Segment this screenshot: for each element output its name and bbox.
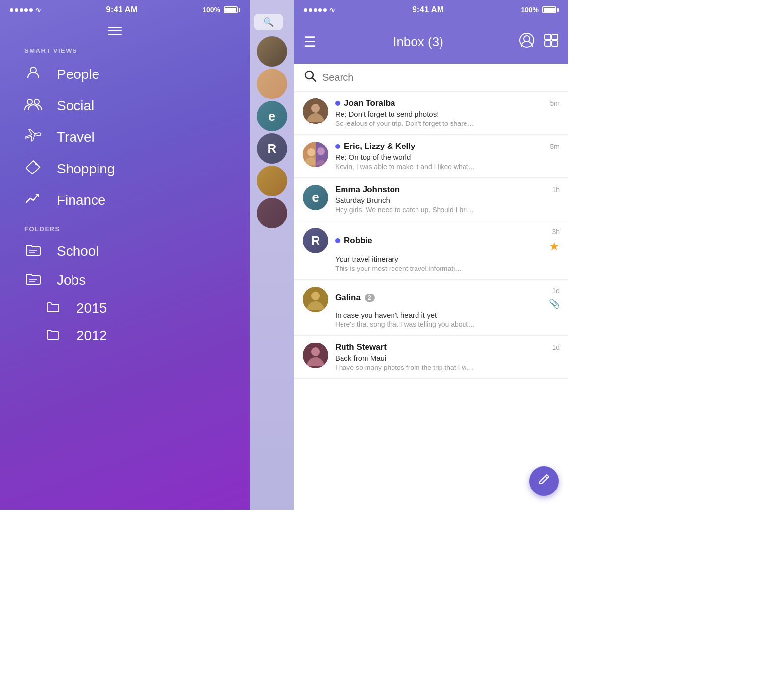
- left-status-left: ∿: [10, 6, 41, 14]
- header-hamburger[interactable]: ☰: [304, 34, 317, 50]
- signal-dots: [10, 8, 33, 12]
- attach-icon-galina: 📎: [549, 298, 560, 309]
- email-item-joan[interactable]: Joan Toralba 5m Re: Don't forget to send…: [294, 92, 568, 135]
- mid-avatar-robbie[interactable]: R: [257, 133, 287, 164]
- sidebar-item-travel[interactable]: Travel: [0, 121, 250, 153]
- left-status-bar: ∿ 9:41 AM 100%: [0, 0, 250, 20]
- right-battery-icon: [542, 6, 559, 13]
- svg-rect-12: [545, 41, 551, 46]
- email-sender-galina: Galina 2: [335, 293, 375, 303]
- avatar-emma: e: [303, 185, 328, 210]
- compose-button[interactable]: [529, 466, 559, 496]
- email-item-galina[interactable]: Galina 2 1d 📎 In case you haven't heard …: [294, 280, 568, 336]
- sidebar-item-2015[interactable]: 2015: [0, 294, 250, 322]
- 2012-label: 2012: [76, 328, 107, 343]
- email-sender-robbie: Robbie: [335, 236, 372, 245]
- email-subject-eric: Re: On top of the world: [335, 153, 560, 161]
- email-time-emma: 1h: [552, 186, 560, 194]
- sidebar-item-school[interactable]: School: [0, 237, 250, 266]
- email-content-ruth: Ruth Stewart 1d Back from Maui I have so…: [335, 343, 560, 371]
- middle-panel: 🔍 e R: [250, 0, 294, 510]
- middle-search[interactable]: 🔍: [250, 10, 294, 34]
- folder-2012-icon: [44, 328, 62, 343]
- plane-icon: [24, 128, 42, 146]
- avatar-joan: [303, 98, 328, 124]
- right-signal-dots: [304, 8, 327, 12]
- mid-avatar-ruth[interactable]: [257, 198, 287, 228]
- email-item-emma[interactable]: e Emma Johnston 1h Saturday Brunch Hey g…: [294, 178, 568, 221]
- email-content-eric: Eric, Lizzy & Kelly 5m Re: On top of the…: [335, 142, 560, 171]
- email-sender-eric: Eric, Lizzy & Kelly: [335, 142, 416, 151]
- profile-icon[interactable]: [519, 33, 534, 51]
- search-icon: [304, 70, 317, 85]
- sidebar-item-people[interactable]: People: [0, 58, 250, 90]
- search-bar: [294, 64, 568, 92]
- travel-label: Travel: [57, 129, 95, 145]
- email-subject-emma: Saturday Brunch: [335, 196, 560, 204]
- svg-point-1: [27, 99, 32, 104]
- folders-label: FOLDERS: [0, 220, 250, 237]
- right-status-right: 100%: [521, 6, 559, 14]
- smart-views-label: SMART VIEWS: [0, 42, 250, 58]
- middle-status: [250, 0, 294, 10]
- mid-avatar-galina[interactable]: [257, 166, 287, 196]
- svg-point-23: [311, 292, 320, 300]
- svg-rect-10: [545, 34, 551, 40]
- right-status-bar: ∿ 9:41 AM 100%: [294, 0, 568, 20]
- mid-avatar-emma[interactable]: e: [257, 101, 287, 131]
- avatar-ruth: [303, 343, 328, 368]
- right-time: 9:41 AM: [412, 5, 444, 15]
- svg-point-17: [311, 104, 320, 113]
- social-label: Social: [57, 98, 94, 114]
- email-preview-galina: Here's that song that I was telling you …: [335, 320, 560, 328]
- hamburger-menu[interactable]: [0, 20, 250, 42]
- right-wrapper: Joan Toralba 5m Re: Don't forget to send…: [294, 92, 568, 510]
- right-wifi-icon: ∿: [329, 6, 335, 14]
- email-preview-eric: Kevin, I was able to make it and I liked…: [335, 163, 560, 171]
- sidebar-item-2012[interactable]: 2012: [0, 322, 250, 349]
- svg-point-3: [35, 163, 37, 165]
- battery-percent: 100%: [202, 6, 220, 14]
- sidebar-item-jobs[interactable]: Jobs: [0, 266, 250, 294]
- email-time-robbie: 3h: [552, 228, 560, 236]
- sidebar-item-social[interactable]: Social: [0, 90, 250, 121]
- folder-jobs-icon: [24, 271, 42, 289]
- email-right-robbie: 3h ★: [549, 228, 560, 253]
- sidebar-item-finance[interactable]: Finance: [0, 185, 250, 216]
- email-time-eric: 5m: [550, 143, 560, 150]
- people-label: People: [57, 67, 99, 82]
- left-status-right: 100%: [202, 6, 240, 14]
- svg-point-2: [34, 99, 39, 104]
- svg-point-25: [311, 347, 320, 356]
- email-subject-robbie: Your travel itinerary: [335, 255, 560, 263]
- jobs-label: Jobs: [57, 272, 86, 288]
- search-icon-mid: 🔍: [263, 17, 274, 27]
- sidebar-item-shopping[interactable]: Shopping: [0, 153, 250, 185]
- email-sender-emma: Emma Johnston: [335, 185, 400, 195]
- email-preview-joan: So jealous of your trip. Don't forget to…: [335, 120, 560, 127]
- wifi-icon: ∿: [35, 6, 41, 14]
- email-item-ruth[interactable]: Ruth Stewart 1d Back from Maui I have so…: [294, 336, 568, 379]
- unread-dot-joan: [335, 101, 340, 106]
- school-label: School: [57, 244, 99, 259]
- email-sender-joan: Joan Toralba: [335, 98, 395, 108]
- unread-dot-robbie: [335, 238, 340, 243]
- mid-avatar-joan[interactable]: [257, 36, 287, 67]
- grid-icon[interactable]: [544, 33, 559, 50]
- email-preview-ruth: I have so many photos from the trip that…: [335, 364, 560, 371]
- search-input[interactable]: [322, 72, 559, 83]
- finance-label: Finance: [57, 193, 106, 208]
- avatar-robbie: R: [303, 228, 328, 253]
- svg-line-26: [545, 476, 547, 478]
- avatar-galina: [303, 287, 328, 312]
- mid-avatar-eric[interactable]: [257, 69, 287, 99]
- chart-icon: [24, 192, 42, 209]
- star-icon-robbie: ★: [549, 240, 560, 253]
- email-content-joan: Joan Toralba 5m Re: Don't forget to send…: [335, 98, 560, 127]
- 2015-label: 2015: [76, 300, 107, 316]
- email-subject-joan: Re: Don't forget to send photos!: [335, 110, 560, 118]
- svg-point-19: [307, 148, 315, 156]
- email-item-robbie[interactable]: R Robbie 3h ★ Your travel itinerary This: [294, 221, 568, 280]
- email-item-eric[interactable]: Eric, Lizzy & Kelly 5m Re: On top of the…: [294, 135, 568, 178]
- right-battery-percent: 100%: [521, 6, 539, 14]
